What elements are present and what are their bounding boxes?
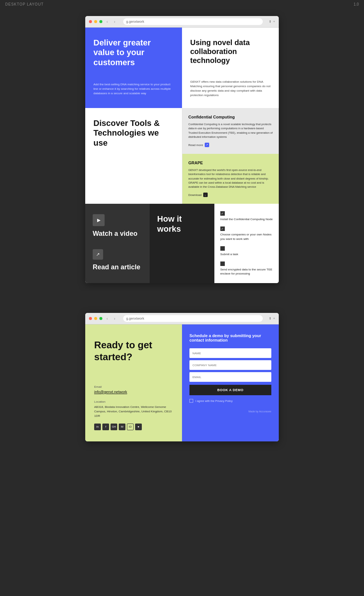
- discover-left: Discover Tools & Technologies we use: [85, 108, 182, 204]
- email-input[interactable]: [189, 372, 271, 382]
- top-bar: DESKTOP LAYOUT 1.0: [0, 0, 364, 9]
- step-3-text: Submit a task: [220, 252, 273, 256]
- hero-right: Using novel data collaboration technolog…: [182, 28, 279, 108]
- step-2-text: Choose companies or your own Nodes you w…: [220, 232, 273, 241]
- location-label: Location: [94, 400, 173, 403]
- step-1-checkbox: ✓: [220, 211, 225, 216]
- nav-back-2[interactable]: ‹: [105, 316, 110, 321]
- read-title: Read an article: [93, 263, 142, 272]
- privacy-row: I agree with the Privacy Policy: [189, 399, 271, 403]
- step-3-checkbox: [220, 246, 225, 251]
- browser-actions: ⬆ +: [269, 20, 275, 23]
- hero-title: Deliver greater value to your customers: [93, 38, 174, 67]
- browser-chrome-2: ‹ › g.genxtwork ⬆ +: [85, 313, 279, 324]
- read-group: ↗ Read an article: [93, 249, 142, 272]
- discover-title: Discover Tools & Technologies we use: [93, 118, 174, 148]
- medium-icon[interactable]: M: [119, 424, 125, 430]
- share-icon-2[interactable]: ⬆: [269, 317, 272, 320]
- company-input[interactable]: [189, 360, 271, 370]
- add-tab-icon[interactable]: +: [273, 20, 275, 23]
- form-title: Schedule a demo by submitting your conta…: [189, 333, 271, 342]
- how-right: ✓ Install the Confidential Computing Nod…: [214, 204, 279, 283]
- how-left: ▶ Watch a video ↗ Read an article: [85, 204, 150, 283]
- read-more-icon: ↗: [205, 143, 209, 147]
- how-center: How it works: [150, 204, 214, 283]
- how-section: ▶ Watch a video ↗ Read an article How it…: [85, 204, 279, 283]
- dot-yellow-2: [94, 317, 97, 320]
- download-icon: ↓: [203, 193, 208, 197]
- layout-label: DESKTOP LAYOUT: [5, 2, 44, 6]
- nav-forward-2[interactable]: ›: [112, 316, 117, 321]
- browser-url-2[interactable]: g.genxtwork: [123, 315, 263, 322]
- dot-green-2: [99, 317, 102, 320]
- tech-card-confidential: Confidential Computing Confidential Comp…: [182, 108, 279, 154]
- address-text: AB318, Biodata Innovation Centre, Wellco…: [94, 405, 173, 418]
- watch-group: ▶ Watch a video: [93, 214, 142, 238]
- dot-green: [99, 20, 102, 23]
- tech-card-text-1: Confidential Computing is a novel scalab…: [188, 122, 273, 139]
- tech-card-text-2: GENXT developed the world's first open-s…: [188, 168, 273, 189]
- step-2: ✓ Choose companies or your own Nodes you…: [220, 226, 273, 241]
- step-3: Submit a task: [220, 246, 273, 256]
- hero-right-text: GENXT offers new data collaboration solu…: [190, 80, 271, 98]
- browser-actions-2: ⬆ +: [269, 317, 275, 320]
- dot-red: [89, 20, 92, 23]
- hero-left: Deliver greater value to your customers …: [85, 28, 182, 108]
- step-2-checkbox: ✓: [220, 226, 225, 231]
- tech-card-title-2: GRAPE: [188, 161, 273, 165]
- read-more-link[interactable]: Read more ↗: [188, 143, 273, 147]
- github-icon[interactable]: GH: [111, 424, 117, 430]
- email-link[interactable]: info@genxt.network: [94, 390, 173, 394]
- ready-left: Ready to get started? Email info@genxt.n…: [85, 324, 182, 441]
- browser-chrome-1: ‹ › g.genxtwork ⬆ +: [85, 16, 279, 28]
- add-tab-icon-2[interactable]: +: [273, 317, 275, 320]
- extra-icon[interactable]: ●: [135, 424, 142, 430]
- nav-forward[interactable]: ›: [112, 19, 117, 24]
- tech-card-grape: GRAPE GENXT developed the world's first …: [182, 154, 279, 204]
- browser-window-1: ‹ › g.genxtwork ⬆ + Deliver greater valu…: [85, 16, 279, 283]
- ready-section: Ready to get started? Email info@genxt.n…: [85, 324, 279, 441]
- browser-window-2: ‹ › g.genxtwork ⬆ + Ready to get started…: [85, 313, 279, 441]
- dot-yellow: [94, 20, 97, 23]
- privacy-checkbox[interactable]: [189, 399, 193, 403]
- url-text-2: g.genxtwork: [126, 317, 144, 320]
- section-divider: [0, 291, 364, 313]
- discover-section: Discover Tools & Technologies we use Con…: [85, 108, 279, 204]
- orcid-icon[interactable]: ID: [127, 424, 134, 430]
- made-by: Made by Accurasee: [189, 410, 271, 413]
- share-icon[interactable]: ⬆: [269, 20, 272, 23]
- step-4: Send encrypted data to the secure TEE en…: [220, 261, 273, 276]
- facebook-icon[interactable]: f: [102, 424, 109, 430]
- play-icon[interactable]: ▶: [93, 214, 105, 226]
- ready-right: Schedule a demo by submitting your conta…: [182, 324, 279, 441]
- name-input[interactable]: [189, 348, 271, 358]
- hero-section: Deliver greater value to your customers …: [85, 28, 279, 108]
- contact-label: Email: [94, 385, 173, 389]
- step-1: ✓ Install the Confidential Computing Nod…: [220, 211, 273, 221]
- step-4-text: Send encrypted data to the secure TEE en…: [220, 267, 273, 276]
- linkedin-icon[interactable]: in: [94, 424, 101, 430]
- nav-back[interactable]: ‹: [105, 19, 110, 24]
- book-demo-button[interactable]: BOOK A DEMO: [189, 385, 271, 395]
- download-link[interactable]: Download ↓: [188, 193, 273, 197]
- step-1-text: Install the Confidential Computing Node: [220, 217, 273, 221]
- download-label: Download: [188, 193, 202, 197]
- url-text: g.genxtwork: [126, 20, 144, 23]
- bottom-spacer: [0, 441, 364, 471]
- article-icon[interactable]: ↗: [93, 249, 103, 260]
- dot-red-2: [89, 317, 92, 320]
- how-it-works-title: How it works: [157, 214, 207, 234]
- read-more-label: Read more: [188, 143, 203, 147]
- privacy-text: I agree with the Privacy Policy: [195, 399, 233, 403]
- step-4-checkbox: [220, 261, 225, 266]
- watch-title: Watch a video: [93, 230, 142, 238]
- social-icons-row: in f GH M ID ●: [94, 424, 173, 430]
- tech-card-title-1: Confidential Computing: [188, 115, 273, 119]
- hero-subtitle: Add the best-selling DNA matching servic…: [93, 82, 174, 96]
- version-label: 1.0: [354, 2, 359, 6]
- discover-right: Confidential Computing Confidential Comp…: [182, 108, 279, 204]
- ready-title: Ready to get started?: [94, 339, 173, 362]
- browser-url[interactable]: g.genxtwork: [123, 18, 263, 25]
- hero-right-title: Using novel data collaboration technolog…: [190, 38, 271, 65]
